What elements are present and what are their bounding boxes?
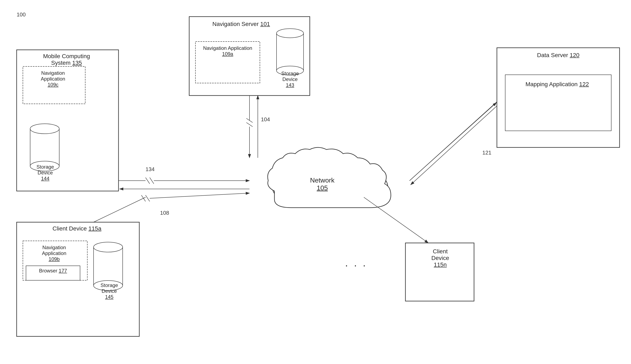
storage-144-label: StorageDevice144 xyxy=(29,164,61,182)
connection-121-label: 121 xyxy=(482,150,491,156)
svg-rect-15 xyxy=(17,222,139,336)
client-115a-label: Client Device 115a xyxy=(21,225,133,232)
svg-point-11 xyxy=(30,124,59,134)
svg-line-45 xyxy=(409,102,497,181)
svg-line-38 xyxy=(150,178,154,184)
svg-line-37 xyxy=(145,178,150,184)
nav-server-id: 101 xyxy=(260,21,270,27)
svg-rect-10 xyxy=(30,129,59,166)
svg-line-42 xyxy=(141,195,145,202)
storage-145-label: StorageDevice145 xyxy=(93,282,125,300)
diagram-container: 100 Navigation Server 101 Navigation App… xyxy=(0,0,631,364)
mobile-computing-label: Mobile ComputingSystem 135 xyxy=(21,53,112,66)
svg-line-43 xyxy=(145,195,150,202)
nav-app-109b-label: NavigationApplication109b xyxy=(25,244,84,262)
data-server-label: Data Server 120 xyxy=(501,52,615,58)
svg-line-41 xyxy=(94,197,145,222)
svg-line-32 xyxy=(246,118,253,122)
connection-104-label: 104 xyxy=(261,116,270,123)
svg-line-33 xyxy=(246,122,253,127)
svg-line-47 xyxy=(411,106,497,185)
nav-app-109a-label: Navigation Application109a xyxy=(197,45,258,57)
svg-point-6 xyxy=(277,29,304,38)
storage-143-label: StorageDevice143 xyxy=(272,70,308,88)
client-115n-label: ClientDevice115n xyxy=(408,248,472,268)
svg-point-19 xyxy=(94,242,123,252)
nav-app-109c-label: NavigationApplication109c xyxy=(24,70,82,88)
svg-rect-18 xyxy=(94,247,123,286)
nav-server-label: Navigation Server 101 xyxy=(202,21,281,28)
connection-108-label: 108 xyxy=(160,210,169,216)
svg-line-44 xyxy=(150,193,250,198)
figure-number: 100 xyxy=(17,12,26,18)
svg-line-46 xyxy=(409,102,497,181)
connection-134-label: 134 xyxy=(145,166,154,172)
svg-rect-5 xyxy=(277,33,304,70)
svg-rect-13 xyxy=(497,48,619,148)
dots-label: · · · xyxy=(345,260,367,271)
browser-177-label: Browser 177 xyxy=(28,268,78,274)
mapping-app-label: Mapping Application 122 xyxy=(508,81,606,88)
network-label: Network105 xyxy=(299,176,345,192)
svg-line-48 xyxy=(364,197,428,243)
svg-point-26 xyxy=(352,173,388,201)
